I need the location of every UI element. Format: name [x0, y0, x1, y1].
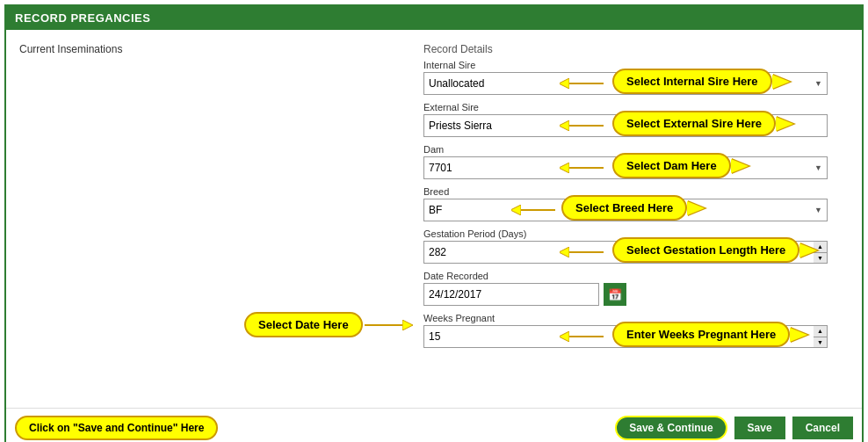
date-annotation-arrow [363, 316, 416, 334]
weeks-pregnant-group: Weeks Pregnant 15 ▲ ▼ [423, 313, 849, 348]
internal-sire-annotation: Select Internal Sire Here [612, 69, 772, 94]
date-row: 24/12/2017 📅 [423, 283, 849, 306]
weeks-up-button[interactable]: ▲ [814, 326, 827, 337]
right-panel: Record Details Internal Sire Unallocated [419, 39, 853, 399]
save-button[interactable]: Save [734, 417, 785, 439]
weeks-down-button[interactable]: ▼ [814, 337, 827, 348]
cancel-button[interactable]: Cancel [792, 417, 853, 439]
breed-arrow [511, 201, 555, 219]
dam-annotation: Select Dam Here [612, 153, 731, 178]
page-header: RECORD PREGANCIES [6, 6, 862, 30]
left-panel: Current Inseminations [15, 39, 419, 399]
external-sire-annotation: Select External Sire Here [612, 111, 776, 136]
date-annotation-container: Select Date Here [244, 312, 363, 337]
internal-sire-arrow [560, 75, 604, 92]
save-continue-button[interactable]: Save & Continue [615, 416, 727, 440]
gestation-arrow [560, 243, 604, 261]
gestation-annotation: Select Gestation Length Here [612, 237, 799, 263]
left-panel-title: Current Inseminations [19, 43, 415, 55]
breed-annotation: Select Breed Here [561, 195, 687, 221]
date-group: Date Recorded 24/12/2017 📅 [423, 271, 849, 306]
record-details-label: Record Details [423, 43, 849, 55]
internal-sire-group: Internal Sire Unallocated [423, 60, 849, 95]
footer-bar: Click on "Save and Continue" Here Save &… [6, 408, 862, 442]
weeks-spinner-buttons: ▲ ▼ [814, 325, 828, 348]
gestation-group: Gestation Period (Days) 282 ▲ ▼ [423, 228, 849, 264]
page-title: RECORD PREGANCIES [15, 11, 150, 25]
dam-arrow [560, 159, 604, 177]
dam-group: Dam 7701 Select Dam Here [423, 144, 849, 179]
weeks-arrow [560, 328, 604, 345]
save-continue-annotation: Click on "Save and Continue" Here [15, 416, 218, 440]
date-annotation: Select Date Here [244, 312, 363, 337]
external-sire-group: External Sire Priests Sierra Select Exte… [423, 102, 849, 137]
calendar-button[interactable]: 📅 [604, 283, 626, 306]
external-sire-arrow [560, 117, 604, 134]
breed-group: Breed BF Select Breed Here [423, 186, 849, 221]
date-input[interactable]: 24/12/2017 [423, 283, 599, 306]
date-label: Date Recorded [423, 271, 849, 281]
weeks-pregnant-annotation: Enter Weeks Pregnant Here [612, 322, 790, 347]
